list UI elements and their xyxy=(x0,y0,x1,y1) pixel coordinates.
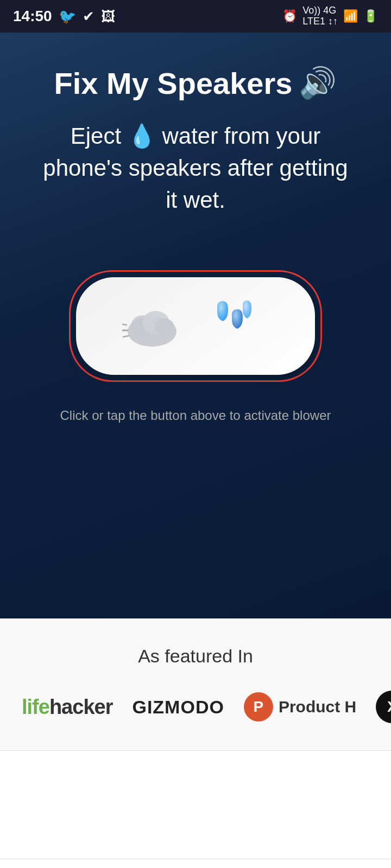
status-left: 14:50 🐦 ✔ 🖼 xyxy=(13,8,115,25)
wind-icon xyxy=(122,299,187,353)
blower-button-border xyxy=(69,270,322,382)
app-description: Eject 💧 water from your phone's speakers… xyxy=(38,120,353,216)
svg-point-3 xyxy=(155,318,174,336)
battery-icon: 🔋 xyxy=(363,9,378,23)
drops-svg xyxy=(198,298,269,353)
gizmodo-logo: GIZMODO xyxy=(132,697,224,718)
nav-bar: ||| < xyxy=(0,859,391,868)
image-icon: 🖼 xyxy=(101,8,115,25)
svg-line-6 xyxy=(122,324,127,325)
featured-section: As featured In lifehacker GIZMODO P Prod… xyxy=(0,618,391,750)
status-right: ⏰ Vo)) 4GLTE1 ↕↑ 📶 🔋 xyxy=(282,5,378,27)
blower-button-wrapper xyxy=(69,270,322,382)
app-title: Fix My Speakers 🔊 xyxy=(54,65,337,101)
ph-text: Product H xyxy=(279,698,356,716)
bottom-spacer xyxy=(0,750,391,859)
app-main-section: Fix My Speakers 🔊 Eject 💧 water from you… xyxy=(0,33,391,618)
checkmark-icon: ✔ xyxy=(83,8,94,25)
svg-line-5 xyxy=(123,336,129,337)
signal-bars-icon: 📶 xyxy=(343,9,358,23)
signal-text: Vo)) 4GLTE1 ↕↑ xyxy=(302,5,338,27)
water-drop-emoji: 💧 xyxy=(128,123,162,149)
status-time: 14:50 xyxy=(13,8,52,25)
status-bar: 14:50 🐦 ✔ 🖼 ⏰ Vo)) 4GLTE1 ↕↑ 📶 🔋 xyxy=(0,0,391,33)
alarm-icon: ⏰ xyxy=(282,9,297,23)
speaker-emoji: 🔊 xyxy=(299,65,337,101)
producthunt-logo: P Product H xyxy=(244,692,356,722)
water-drops-icon xyxy=(198,298,269,354)
featured-logos: lifehacker GIZMODO P Product H X xyxy=(16,691,375,723)
wind-cloud-svg xyxy=(122,299,187,353)
lifehacker-logo: lifehacker xyxy=(22,695,112,719)
ph-circle-icon: P xyxy=(244,692,273,722)
click-hint: Click or tap the button above to activat… xyxy=(60,408,331,423)
blower-button[interactable] xyxy=(76,277,315,375)
close-badge[interactable]: X xyxy=(376,691,391,723)
featured-title: As featured In xyxy=(138,646,253,667)
twitter-icon: 🐦 xyxy=(59,8,76,25)
